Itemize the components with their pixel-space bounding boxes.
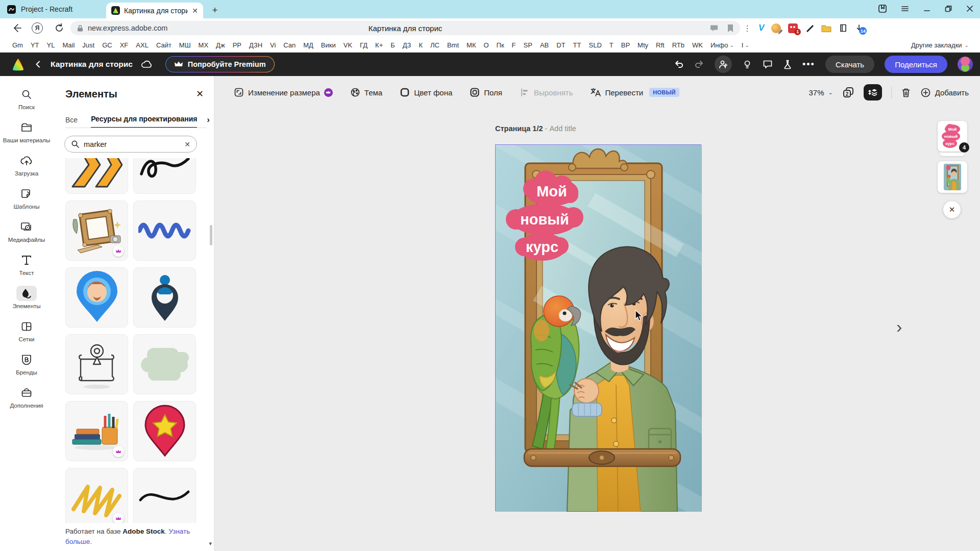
element-school-supplies[interactable] [65, 401, 128, 461]
bookmark-item[interactable]: Vi⌄ [270, 41, 276, 49]
menu-icon[interactable] [900, 4, 910, 13]
bookmark-item[interactable]: Mail⌄ [62, 41, 75, 49]
vimeo-extension-icon[interactable]: V [758, 23, 764, 33]
undo-icon[interactable] [674, 59, 684, 69]
sidebar-item-addons[interactable]: Дополнения [2, 382, 51, 412]
bookmark-item[interactable]: О⌄ [483, 41, 488, 49]
tab-project-recraft[interactable]: Project - Recraft [7, 5, 114, 14]
bookmark-item[interactable]: RTb⌄ [672, 41, 684, 49]
sidebar-item-media[interactable]: Медиафайлы [2, 216, 51, 246]
delete-page-icon[interactable] [901, 87, 911, 98]
adobe-express-logo-icon[interactable] [11, 58, 25, 71]
back-icon[interactable] [11, 22, 22, 34]
bookmark-item[interactable]: Т⌄ [609, 41, 614, 49]
sidebar-item-your-files[interactable]: Ваши материалы [2, 116, 51, 147]
panel-scrollbar[interactable] [210, 225, 212, 245]
close-panel-icon[interactable]: ✕ [196, 88, 204, 99]
page-title-placeholder[interactable]: - Add title [545, 124, 576, 133]
reload-icon[interactable] [54, 23, 64, 33]
bookmark-item[interactable]: YT⌄ [31, 41, 39, 49]
red-extension-icon[interactable]: 1 [788, 23, 798, 33]
element-double-arrows[interactable] [65, 158, 128, 194]
more-options-icon[interactable]: ••• [802, 59, 815, 70]
element-portrait-map-pin[interactable] [65, 267, 128, 328]
sidebar-item-search[interactable]: Поиск [2, 83, 51, 114]
page-thumbnail-1[interactable]: Мой новый курс 4 [938, 121, 967, 152]
bookmark-item[interactable]: Сайт⌄ [156, 41, 172, 49]
background-color-button[interactable]: Цвет фона [400, 87, 452, 97]
scroll-down-icon[interactable]: ▾ [209, 540, 212, 548]
resize-button[interactable]: Изменение размера [234, 87, 333, 97]
bookmark-item[interactable]: DT⌄ [556, 41, 565, 49]
other-bookmarks[interactable]: Другие закладки⌄ [911, 41, 969, 49]
sidebar-item-templates[interactable]: Шаблоны [2, 183, 51, 213]
new-tab-button[interactable]: + [209, 5, 220, 16]
page-label[interactable]: Страница 1/2 - Add title [495, 124, 576, 133]
margins-button[interactable]: Поля [470, 87, 502, 97]
zoom-control[interactable]: 37%⌄ [808, 88, 832, 97]
pages-view-icon[interactable]: 2 [842, 86, 854, 98]
element-green-blob[interactable] [133, 334, 196, 394]
bookmark-item[interactable]: ДЗН⌄ [249, 41, 262, 49]
sidebar-item-brands[interactable]: Бренды [2, 348, 51, 379]
share-button[interactable]: Поделиться [885, 56, 947, 73]
bookmark-item[interactable]: GC⌄ [102, 41, 112, 49]
bookmark-item[interactable]: SP⌄ [524, 41, 532, 49]
sidebar-item-upload[interactable]: Загрузка [2, 149, 51, 180]
bookmark-item[interactable]: Пк⌄ [497, 41, 504, 49]
flask-icon[interactable] [783, 59, 792, 69]
bookmark-item[interactable]: АВ⌄ [540, 41, 549, 49]
theme-button[interactable]: Тема [350, 87, 382, 97]
yandex-icon[interactable]: Я [32, 22, 43, 34]
avatar-extension-icon[interactable] [771, 23, 781, 33]
restore-icon[interactable] [944, 5, 952, 13]
try-premium-button[interactable]: Попробуйте Premium [165, 56, 275, 72]
sidebar-item-grids[interactable]: Сетки [2, 315, 51, 346]
next-page-arrow[interactable]: › [896, 317, 902, 337]
tab-express-active[interactable]: Картинка для сторис ✕ [106, 3, 203, 18]
translate-button[interactable]: Перевести НОВЫЙ [590, 87, 679, 97]
bookmark-item[interactable]: I⌄ [742, 41, 749, 49]
close-window-icon[interactable] [966, 5, 974, 13]
element-star-map-pin[interactable] [133, 401, 196, 461]
elements-search[interactable]: ✕ [64, 136, 197, 153]
bookmark-page-icon[interactable] [727, 24, 734, 33]
element-ink-squiggle[interactable] [133, 158, 196, 194]
add-page-button[interactable]: Добавить [920, 87, 969, 98]
more-dots-icon[interactable]: ⋮ [743, 23, 751, 33]
story-illustration[interactable]: Мой новый курс [496, 145, 702, 512]
url-field[interactable]: new.express.adobe.com Картинка для стори… [70, 21, 740, 35]
bookmark-item[interactable]: VK⌄ [344, 41, 352, 49]
close-thumbnails-button[interactable]: ✕ [943, 201, 961, 218]
bookmark-item[interactable]: Rft⌄ [656, 41, 665, 49]
bookmark-item[interactable]: Вики⌄ [321, 41, 336, 49]
bookmark-item[interactable]: РР⌄ [233, 41, 241, 49]
bookmark-item[interactable]: МШ⌄ [179, 41, 191, 49]
bookmark-item[interactable]: SLD⌄ [589, 41, 601, 49]
bookmark-item[interactable]: YL⌄ [47, 41, 55, 49]
bookmark-item[interactable]: МД⌄ [303, 41, 313, 49]
download-button[interactable]: Скачать [825, 56, 874, 73]
tab-all[interactable]: Все [65, 116, 78, 128]
redo-icon[interactable] [694, 59, 704, 69]
element-map-with-pin[interactable] [65, 334, 128, 394]
close-tab-icon[interactable]: ✕ [192, 7, 198, 14]
sidebar-item-text[interactable]: Текст [2, 249, 51, 280]
element-wave-line[interactable] [133, 201, 196, 261]
tab-design-assets[interactable]: Ресурсы для проектирования [91, 115, 197, 128]
element-curve-line[interactable] [133, 468, 196, 523]
bookmark-item[interactable]: ВР⌄ [621, 41, 630, 49]
bookmark-item[interactable]: Инфо⌄ [710, 41, 734, 49]
comments-icon[interactable] [709, 23, 719, 33]
element-picture-frame[interactable] [65, 201, 128, 261]
bookmark-item[interactable]: МХ⌄ [199, 41, 209, 49]
clear-search-icon[interactable]: ✕ [184, 140, 190, 148]
outline-extension-icon[interactable] [839, 23, 848, 33]
bookmark-item[interactable]: Mty⌄ [638, 41, 648, 49]
bookmark-item[interactable]: Дж⌄ [216, 41, 225, 49]
bookmark-item[interactable]: К+⌄ [375, 41, 383, 49]
element-marker-scribble[interactable] [65, 468, 128, 523]
comment-icon[interactable] [763, 59, 773, 69]
bookmark-panel-icon[interactable] [878, 4, 887, 13]
bookmark-item[interactable]: AXL⌄ [136, 41, 149, 49]
